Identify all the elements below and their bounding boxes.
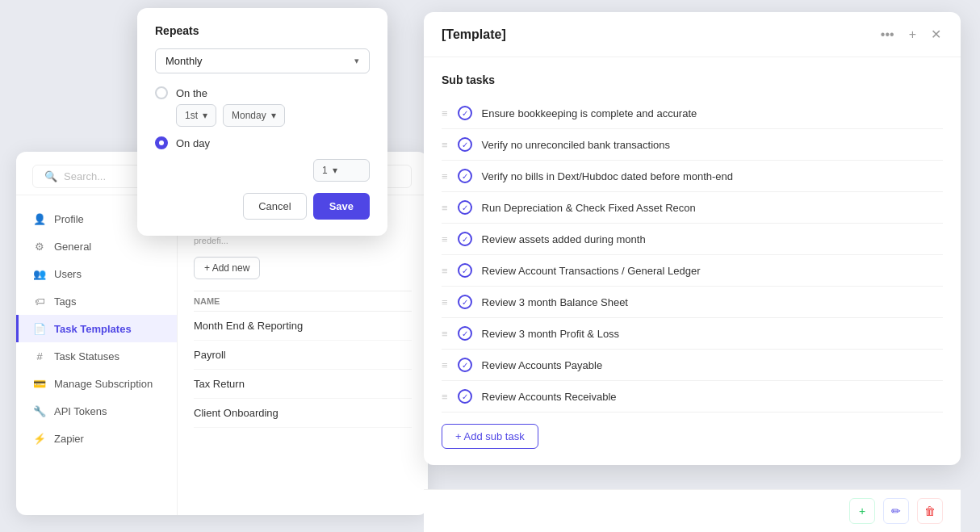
- on-the-row: On the: [155, 86, 370, 99]
- template-rows-container: Month End & ReportingPayrollTax ReturnCl…: [194, 312, 412, 428]
- nav-icon-general: ⚙: [33, 240, 46, 253]
- subtask-row: ≡ Verify no bills in Dext/Hubdoc dated b…: [442, 161, 943, 192]
- subtask-text: Verify no bills in Dext/Hubdoc dated bef…: [482, 170, 943, 182]
- drag-handle-icon[interactable]: ≡: [442, 233, 448, 245]
- on-the-label: On the: [176, 87, 207, 99]
- chevron-down-icon: ▾: [354, 56, 359, 66]
- on-the-radio[interactable]: [155, 86, 168, 99]
- check-icon[interactable]: [458, 169, 472, 183]
- subtask-row: ≡ Run Depreciation & Check Fixed Asset R…: [442, 192, 943, 224]
- drag-handle-icon[interactable]: ≡: [442, 328, 448, 340]
- drag-handle-icon[interactable]: ≡: [442, 202, 448, 214]
- check-icon[interactable]: [458, 200, 472, 215]
- template-header-actions: ••• + ✕: [879, 25, 943, 44]
- sidebar-label-zapier: Zapier: [54, 433, 84, 445]
- close-button[interactable]: ✕: [929, 25, 943, 44]
- subtask-row: ≡ Review 3 month Profit & Loss: [442, 318, 943, 350]
- drag-handle-icon[interactable]: ≡: [442, 170, 448, 182]
- template-panel: [Template] ••• + ✕ Sub tasks ≡ Ensure bo…: [424, 12, 961, 465]
- sidebar-item-zapier[interactable]: ⚡ Zapier: [16, 425, 177, 452]
- check-icon[interactable]: [458, 263, 472, 278]
- subtasks-title: Sub tasks: [442, 73, 943, 86]
- subtask-row: ≡ Ensure bookkeeping is complete and acc…: [442, 98, 943, 129]
- subtask-text: Review assets added during month: [482, 233, 943, 245]
- sidebar-item-tags[interactable]: 🏷 Tags: [16, 287, 177, 315]
- nav-icon-tags: 🏷: [33, 295, 46, 308]
- ordinal-select[interactable]: 1st ▾: [176, 104, 216, 127]
- on-day-label: On day: [176, 137, 210, 149]
- on-the-selects: 1st ▾ Monday ▾: [176, 104, 370, 127]
- on-day-row: On day: [155, 136, 370, 149]
- more-options-button[interactable]: •••: [879, 26, 896, 44]
- weekday-value: Monday: [232, 110, 266, 121]
- subtasks-container: ≡ Ensure bookkeeping is complete and acc…: [442, 98, 943, 413]
- delete-button[interactable]: 🗑: [917, 498, 943, 524]
- add-button[interactable]: +: [907, 26, 918, 44]
- template-title: [Template]: [442, 27, 506, 42]
- check-icon[interactable]: [458, 295, 472, 309]
- nav-icon-zapier: ⚡: [33, 432, 46, 445]
- subtask-text: Review 3 month Balance Sheet: [482, 296, 943, 308]
- cancel-button[interactable]: Cancel: [243, 193, 306, 220]
- save-button[interactable]: Save: [313, 193, 370, 220]
- sidebar-label-api-tokens: API Tokens: [54, 405, 107, 417]
- nav-icon-api-tokens: 🔧: [33, 404, 46, 417]
- weekday-select[interactable]: Monday ▾: [223, 104, 285, 127]
- subtask-row: ≡ Review Accounts Payable: [442, 350, 943, 381]
- sidebar-label-manage-subscription: Manage Subscription: [54, 378, 153, 390]
- check-icon[interactable]: [458, 389, 472, 404]
- edit-button[interactable]: ✏: [883, 498, 909, 524]
- drag-handle-icon[interactable]: ≡: [442, 139, 448, 151]
- drag-handle-icon[interactable]: ≡: [442, 107, 448, 119]
- sidebar-label-general: General: [54, 241, 91, 253]
- nav-icon-profile: 👤: [33, 212, 46, 225]
- sidebar-item-task-statuses[interactable]: # Task Statuses: [16, 342, 177, 370]
- check-icon[interactable]: [458, 358, 472, 372]
- sidebar-item-manage-subscription[interactable]: 💳 Manage Subscription: [16, 370, 177, 397]
- add-row-button[interactable]: +: [849, 498, 875, 524]
- sidebar-item-general[interactable]: ⚙ General: [16, 232, 177, 260]
- check-icon[interactable]: [458, 137, 472, 152]
- template-body: Sub tasks ≡ Ensure bookkeeping is comple…: [424, 57, 961, 465]
- repeats-title: Repeats: [155, 24, 370, 37]
- chevron-down-icon: ▾: [271, 110, 276, 121]
- frequency-select-row: Monthly ▾: [155, 48, 370, 73]
- drag-handle-icon[interactable]: ≡: [442, 391, 448, 403]
- drag-handle-icon[interactable]: ≡: [442, 359, 448, 371]
- add-new-button[interactable]: + Add new: [194, 257, 260, 279]
- chevron-down-icon: ▾: [333, 165, 337, 176]
- subtask-row: ≡ Review assets added during month: [442, 224, 943, 255]
- settings-body: 👤 Profile ⚙ General 👥 Users 🏷 Tags 📄 Tas…: [16, 195, 428, 515]
- template-header: [Template] ••• + ✕: [424, 12, 961, 57]
- subtask-row: ≡ Review Account Transactions / General …: [442, 255, 943, 287]
- table-row[interactable]: Client Onboarding: [194, 399, 412, 428]
- settings-sidebar: 👤 Profile ⚙ General 👥 Users 🏷 Tags 📄 Tas…: [16, 195, 178, 515]
- subtask-text: Verify no unreconciled bank transactions: [482, 139, 943, 151]
- add-subtask-button[interactable]: + Add sub task: [442, 424, 538, 449]
- check-icon[interactable]: [458, 326, 472, 341]
- subtask-text: Review 3 month Profit & Loss: [482, 328, 943, 340]
- frequency-value: Monthly: [165, 55, 203, 67]
- table-row[interactable]: Month End & Reporting: [194, 312, 412, 341]
- drag-handle-icon[interactable]: ≡: [442, 296, 448, 308]
- on-day-radio[interactable]: [155, 136, 168, 149]
- check-icon[interactable]: [458, 106, 472, 120]
- sidebar-item-users[interactable]: 👥 Users: [16, 260, 177, 287]
- sidebar-item-api-tokens[interactable]: 🔧 API Tokens: [16, 397, 177, 425]
- sidebar-label-tags: Tags: [54, 295, 76, 308]
- sidebar-label-task-statuses: Task Statuses: [54, 350, 119, 362]
- day-input[interactable]: 1 ▾: [313, 159, 370, 182]
- check-icon[interactable]: [458, 232, 472, 246]
- frequency-select[interactable]: Monthly ▾: [155, 48, 370, 73]
- nav-icon-task-templates: 📄: [33, 322, 46, 335]
- nav-icon-manage-subscription: 💳: [33, 377, 46, 390]
- sidebar-item-task-templates[interactable]: 📄 Task Templates: [16, 315, 177, 342]
- table-row[interactable]: Tax Return: [194, 370, 412, 399]
- table-row[interactable]: Payroll: [194, 341, 412, 370]
- nav-icon-users: 👥: [33, 267, 46, 280]
- search-input[interactable]: Search...: [64, 170, 106, 182]
- subtask-text: Review Account Transactions / General Le…: [482, 265, 943, 277]
- subtask-row: ≡ Review Accounts Receivable: [442, 381, 943, 413]
- search-icon: 🔍: [44, 170, 57, 182]
- drag-handle-icon[interactable]: ≡: [442, 265, 448, 277]
